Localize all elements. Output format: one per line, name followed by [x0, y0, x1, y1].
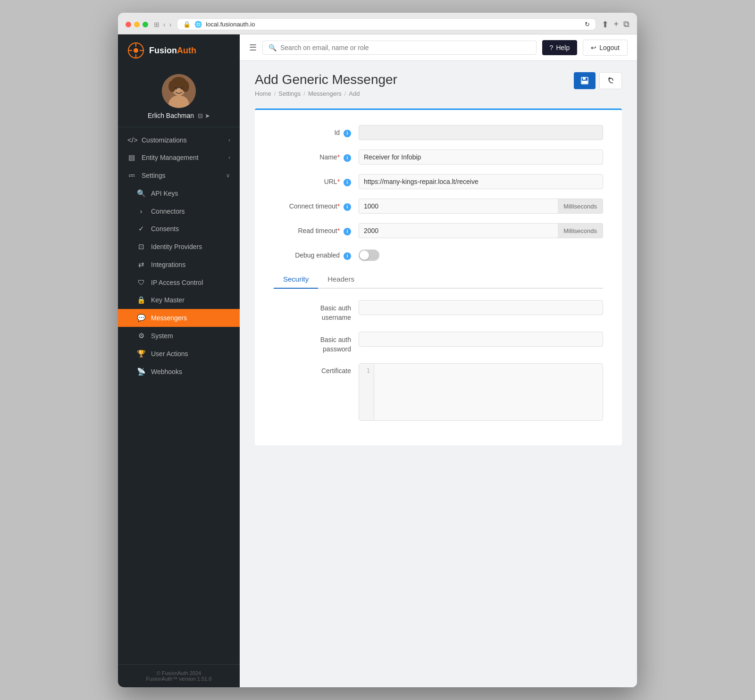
sidebar-item-messengers[interactable]: 💬 Messengers [118, 309, 240, 327]
back-button[interactable] [599, 72, 622, 89]
minimize-button[interactable] [134, 22, 140, 27]
sidebar-item-user-actions[interactable]: 🏆 User Actions [118, 345, 240, 363]
breadcrumb-messengers[interactable]: Messengers [308, 90, 342, 97]
connect-timeout-label: Connect timeout* i [274, 199, 359, 211]
connectors-icon: › [137, 207, 145, 215]
system-icon: ⚙ [137, 332, 145, 340]
browser-controls: ⊞ ‹ › [154, 21, 171, 28]
webhook-icon: 📡 [137, 367, 145, 376]
tab-security[interactable]: Security [274, 270, 318, 289]
code-icon: </> [127, 136, 136, 144]
read-timeout-input[interactable] [359, 223, 558, 238]
basic-auth-password-group: Basic auth password [274, 332, 603, 354]
logout-button[interactable]: ↩ Logout [583, 40, 628, 56]
svg-point-13 [181, 87, 183, 90]
sidebar-item-api-keys[interactable]: 🔍 API Keys [118, 184, 240, 202]
toggle-thumb [360, 250, 369, 260]
search-input[interactable] [280, 44, 530, 51]
refresh-icon[interactable]: ↻ [585, 21, 590, 28]
sidebar-item-connectors[interactable]: › Connectors [118, 202, 240, 220]
debug-enabled-field-group: Debug enabled i [274, 248, 603, 261]
browser-window: ⊞ ‹ › 🔒 🌐 local.fusionauth.io ↻ ⬆ + ⧉ [118, 13, 637, 687]
sidebar-item-settings[interactable]: ≔ Settings ∨ [118, 167, 240, 184]
breadcrumb-home[interactable]: Home [255, 90, 271, 97]
id-label: Id i [274, 125, 359, 137]
basic-auth-username-label: Basic auth username [274, 300, 359, 322]
sidebar-item-ip-access-control[interactable]: 🛡 IP Access Control [118, 274, 240, 291]
basic-auth-username-input[interactable] [359, 300, 603, 315]
debug-enabled-label: Debug enabled i [274, 248, 359, 260]
hamburger-icon[interactable]: ☰ [249, 42, 257, 53]
messenger-icon: 💬 [137, 314, 145, 322]
address-bar[interactable]: 🔒 🌐 local.fusionauth.io ↻ [177, 18, 596, 30]
certificate-textarea[interactable] [374, 364, 603, 420]
tabs-section: Security Headers [274, 270, 603, 289]
share-icon[interactable]: ⬆ [602, 19, 609, 30]
copyright-text: © FusionAuth 2024 [126, 670, 232, 676]
sidebar: FusionAuth [118, 34, 240, 687]
breadcrumb-settings[interactable]: Settings [278, 90, 301, 97]
tab-headers[interactable]: Headers [318, 270, 364, 289]
settings-icon: ≔ [127, 171, 136, 180]
forward-icon[interactable]: › [169, 21, 172, 28]
sidebar-item-key-master[interactable]: 🔒 Key Master [118, 291, 240, 309]
debug-info-icon[interactable]: i [344, 252, 351, 260]
connect-timeout-input-wrap: Milliseconds [359, 199, 603, 214]
trophy-icon: 🏆 [137, 350, 145, 358]
name-input[interactable] [359, 150, 603, 165]
line-numbers: 1 [359, 364, 374, 420]
maximize-button[interactable] [143, 22, 148, 27]
sidebar-item-customizations[interactable]: </> Customizations ‹ [118, 131, 240, 149]
globe-icon: 🌐 [194, 21, 202, 28]
search-icon: 🔍 [268, 44, 277, 51]
name-info-icon[interactable]: i [344, 154, 351, 162]
new-tab-icon[interactable]: + [613, 19, 619, 30]
url-input[interactable] [359, 174, 603, 189]
sidebar-toggle-icon[interactable]: ⊞ [154, 21, 159, 28]
url-display: local.fusionauth.io [206, 21, 255, 28]
debug-toggle[interactable] [359, 250, 379, 261]
url-info-icon[interactable]: i [344, 179, 351, 186]
tabs-icon[interactable]: ⧉ [623, 19, 629, 30]
traffic-lights [126, 22, 148, 27]
sidebar-item-entity-management[interactable]: ▤ Entity Management ‹ [118, 149, 240, 167]
read-timeout-info-icon[interactable]: i [344, 228, 351, 235]
name-label: Name* i [274, 150, 359, 162]
id-info-icon[interactable]: i [344, 130, 351, 137]
chevron-icon: ‹ [228, 137, 230, 143]
connect-timeout-input[interactable] [359, 199, 558, 214]
sidebar-item-consents[interactable]: ✓ Consents [118, 220, 240, 238]
browser-chrome: ⊞ ‹ › 🔒 🌐 local.fusionauth.io ↻ ⬆ + ⧉ [118, 13, 637, 34]
help-button[interactable]: ? Help [542, 40, 578, 55]
sidebar-item-system[interactable]: ⚙ System [118, 327, 240, 345]
back-icon[interactable]: ‹ [163, 21, 166, 28]
close-button[interactable] [126, 22, 131, 27]
name-field-group: Name* i [274, 150, 603, 165]
connect-timeout-info-icon[interactable]: i [344, 203, 351, 211]
sidebar-item-identity-providers[interactable]: ⊡ Identity Providers [118, 238, 240, 256]
chevron-down-icon: ∨ [226, 172, 230, 179]
svg-rect-15 [583, 77, 586, 80]
return-icon [606, 76, 615, 85]
lock-icon: 🔒 [183, 21, 191, 28]
basic-auth-username-group: Basic auth username [274, 300, 603, 322]
save-button[interactable] [574, 72, 596, 89]
debug-toggle-wrap [359, 248, 379, 261]
url-field-group: URL* i [274, 174, 603, 189]
sidebar-item-webhooks[interactable]: 📡 Webhooks [118, 363, 240, 381]
logout-icon: ↩ [591, 44, 596, 51]
search-box[interactable]: 🔍 [262, 41, 537, 55]
user-section: Erlich Bachman ⊟ ➤ [118, 67, 240, 127]
id-input[interactable] [359, 125, 603, 140]
identity-icon: ⊡ [137, 242, 145, 251]
user-name: Erlich Bachman ⊟ ➤ [148, 112, 210, 119]
user-location-icon: ➤ [205, 112, 210, 119]
version-text: FusionAuth™ version 1.51.0 [126, 676, 232, 682]
certificate-label: Certificate [274, 363, 359, 375]
breadcrumb-current: Add [349, 90, 360, 97]
logo-icon [127, 42, 144, 59]
svg-point-11 [182, 81, 189, 92]
basic-auth-password-input[interactable] [359, 332, 603, 347]
page-content: Add Generic Messenger Home / Settings / … [240, 61, 637, 687]
sidebar-item-integrations[interactable]: ⇄ Integrations [118, 256, 240, 274]
